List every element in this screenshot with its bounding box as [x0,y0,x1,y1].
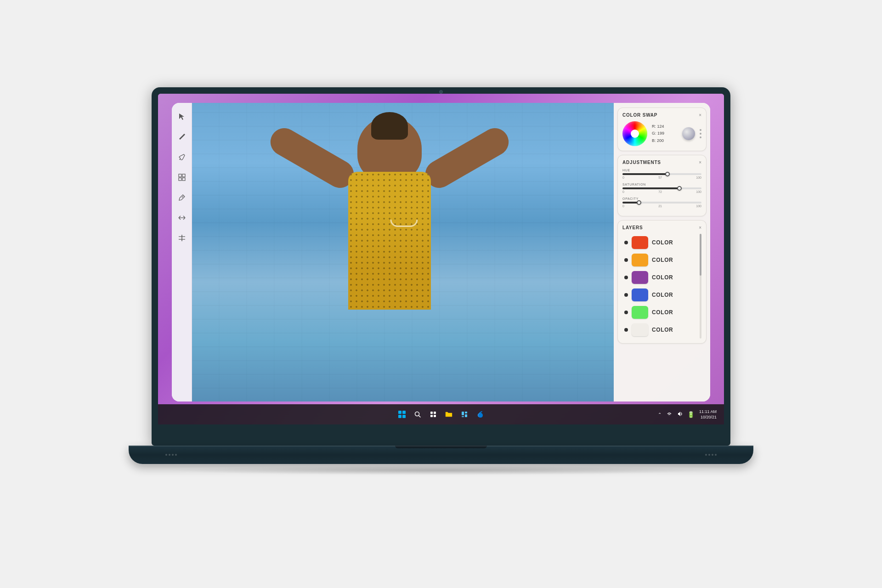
layer-swatch-1 [632,236,648,249]
hue-thumb[interactable] [665,172,670,176]
svg-rect-3 [182,178,185,181]
layer-row-3[interactable]: COLOR [622,269,701,286]
adjustments-header: ADJUSTMENTS × [622,160,701,165]
svg-line-4 [182,196,183,198]
layer-label-6: COLOR [652,327,673,333]
saturation-slider[interactable] [622,187,701,189]
person-body [348,172,431,310]
taskbar-date: 10/20/21 [701,415,717,420]
layer-swatch-4 [632,288,648,301]
layer-label-4: COLOR [652,292,673,298]
hue-label-row: HUE [622,169,701,172]
rgb-b-row: B: 200 [652,137,678,144]
hue-label: HUE [622,169,630,172]
tool-resize[interactable] [175,211,188,224]
win-logo-q3 [398,415,401,418]
windows-logo [398,411,406,418]
tool-pencil[interactable] [175,130,188,143]
tool-pen[interactable] [175,151,188,164]
taskbar-taskview-btn[interactable] [427,408,440,421]
taskbar-sound[interactable] [677,411,683,418]
sat-max: 100 [696,190,701,193]
r-value: 124 [657,124,664,129]
layer-swatch-3 [632,271,648,284]
layers-card-inner: COLORCOLORCOLORCOLORCOLORCOLOR [622,234,701,339]
layer-row-6[interactable]: COLOR [622,321,701,339]
b-value: 200 [657,138,664,143]
laptop-camera [439,90,443,94]
layers-scrollbar[interactable] [700,234,701,339]
opacity-val: 21 [658,204,662,208]
layer-row-1[interactable]: COLOR [622,234,701,251]
layer-row-4[interactable]: COLOR [622,286,701,304]
adjustments-close[interactable]: × [699,160,701,165]
layer-label-5: COLOR [652,309,673,316]
opacity-slider[interactable] [622,202,701,204]
layers-title: LAYERS [622,225,643,230]
laptop-wrapper: COLOR SWAP × R: 124 [129,87,753,501]
laptop-base-ridge [129,446,753,447]
color-wheel-wrapper [622,121,647,146]
layer-bullet-3 [624,276,628,279]
layers-list: COLORCOLORCOLORCOLORCOLORCOLOR [622,234,701,339]
right-panel: COLOR SWAP × R: 124 [614,103,710,401]
sat-label: SATURATION [622,183,646,186]
b-label: B: [652,138,656,143]
svg-rect-15 [462,412,464,415]
taskbar-wifi[interactable] [666,411,673,418]
opacity-thumb[interactable] [637,200,641,205]
win-logo-q2 [402,411,406,414]
taskbar-edge-btn[interactable] [474,408,486,421]
tool-adjust[interactable] [175,232,188,244]
sat-thumb[interactable] [677,186,682,191]
saturation-row: SATURATION 0 72 100 [622,183,701,193]
taskbar-windows-btn[interactable] [396,408,408,421]
taskbar-center [396,408,486,421]
layers-card: LAYERS × COLORCOLORCOLORCOLORCOLORCOLOR [617,220,707,344]
taskbar-search-btn[interactable] [411,408,424,421]
rgb-values: R: 124 G: 199 B: 200 [652,123,678,144]
hue-min: 0 [622,176,624,179]
person-hair [371,112,408,140]
taskbar-battery[interactable]: 🔋 [687,411,695,418]
taskbar-explorer-btn[interactable] [442,408,455,421]
tool-grid[interactable] [175,171,188,184]
layer-row-2[interactable]: COLOR [622,251,701,269]
layer-row-5[interactable]: COLOR [622,304,701,321]
hue-fill [622,173,667,175]
laptop-screen: COLOR SWAP × R: 124 [158,94,724,424]
speaker-dot-r4 [715,454,717,456]
color-swap-dots [700,129,701,138]
hue-slider[interactable] [622,173,701,175]
color-swap-close[interactable]: × [699,113,701,118]
opacity-max: 100 [696,204,701,208]
color-swap-title: COLOR SWAP [622,113,657,118]
tool-eyedropper[interactable] [175,191,188,204]
taskbar-time: 11:11 AM [699,409,717,414]
svg-rect-1 [182,174,185,177]
person-head [357,117,422,181]
layer-bullet-6 [624,328,628,332]
hue-max: 100 [696,176,701,179]
svg-rect-16 [465,412,467,413]
svg-rect-13 [430,415,433,417]
color-swap-header: COLOR SWAP × [622,113,701,118]
color-swap-card: COLOR SWAP × R: 124 [617,107,707,151]
speaker-dot-l2 [169,454,170,456]
layers-close[interactable]: × [699,226,701,230]
win-logo-q4 [402,415,406,418]
taskbar-chevron[interactable]: ⌃ [658,412,662,417]
taskbar-clock-group: 11:11 AM 10/20/21 [699,409,717,420]
tool-select[interactable] [175,110,188,123]
rgb-r-row: R: 124 [652,123,678,130]
layer-swatch-2 [632,254,648,266]
g-value: 199 [657,131,664,136]
svg-rect-18 [462,416,464,417]
swap-dot-3 [700,136,701,138]
color-target-ball[interactable] [682,127,695,140]
taskbar-widget-btn[interactable] [458,408,471,421]
color-wheel-center [631,130,639,137]
laptop-base [129,446,753,464]
opacity-scale: 0 21 100 [622,204,701,208]
layer-label-2: COLOR [652,257,673,263]
